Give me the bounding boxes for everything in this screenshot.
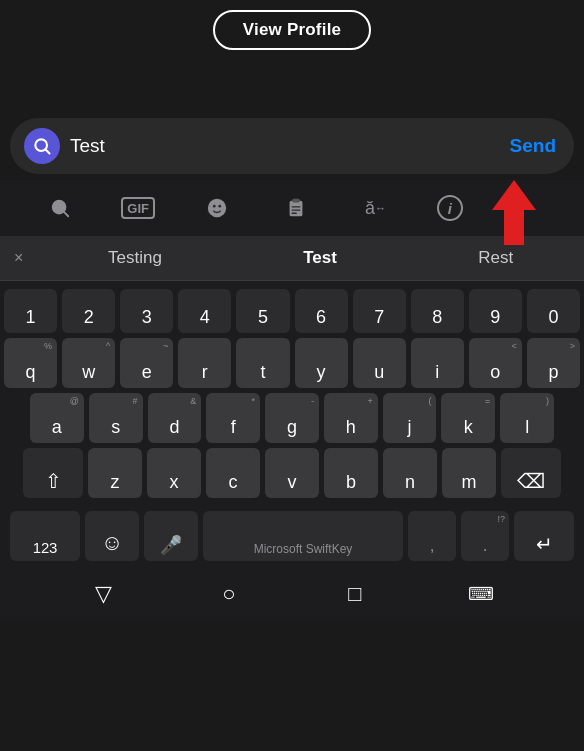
svg-rect-10 bbox=[292, 199, 299, 203]
key-m[interactable]: m bbox=[442, 448, 496, 498]
send-button[interactable]: Send bbox=[506, 135, 560, 157]
key-0[interactable]: 0 bbox=[527, 289, 580, 333]
nav-recent-icon[interactable]: □ bbox=[325, 579, 385, 609]
svg-point-7 bbox=[212, 205, 215, 208]
svg-point-6 bbox=[207, 199, 225, 217]
search-icon bbox=[32, 136, 52, 156]
autocomplete-row: × Testing Test Rest bbox=[0, 236, 584, 281]
key-y[interactable]: y bbox=[295, 338, 348, 388]
key-j[interactable]: (j bbox=[383, 393, 437, 443]
key-a[interactable]: @a bbox=[30, 393, 84, 443]
emoji-key[interactable]: ☺ bbox=[85, 511, 139, 561]
key-f[interactable]: *f bbox=[206, 393, 260, 443]
space-key[interactable]: Microsoft SwiftKey bbox=[203, 511, 403, 561]
svg-rect-11 bbox=[291, 206, 300, 207]
mic-key[interactable]: 🎤 bbox=[144, 511, 198, 561]
backspace-key[interactable]: ⌫ bbox=[501, 448, 561, 498]
shift-key[interactable]: ⇧ bbox=[23, 448, 83, 498]
key-e[interactable]: ~e bbox=[120, 338, 173, 388]
key-d[interactable]: &d bbox=[148, 393, 202, 443]
autocomplete-item-testing[interactable]: Testing bbox=[98, 246, 172, 270]
key-l[interactable]: )l bbox=[500, 393, 554, 443]
more-toolbar-icon[interactable]: ··· bbox=[506, 190, 542, 226]
number-key[interactable]: 123 bbox=[10, 511, 80, 561]
key-z[interactable]: z bbox=[88, 448, 142, 498]
key-x[interactable]: x bbox=[147, 448, 201, 498]
key-1[interactable]: 1 bbox=[4, 289, 57, 333]
key-t[interactable]: t bbox=[236, 338, 289, 388]
key-i[interactable]: i bbox=[411, 338, 464, 388]
autocomplete-item-test[interactable]: Test bbox=[293, 246, 347, 270]
svg-rect-12 bbox=[291, 209, 300, 210]
message-input-area: Test Send bbox=[10, 118, 574, 174]
toolbar-row: GIF ă↔ i ··· bbox=[0, 180, 584, 236]
key-o[interactable]: <o bbox=[469, 338, 522, 388]
key-r[interactable]: r bbox=[178, 338, 231, 388]
key-n[interactable]: n bbox=[383, 448, 437, 498]
asdf-row: @a #s &d *f -g +h (j =k )l bbox=[4, 393, 580, 443]
message-input[interactable]: Test bbox=[70, 135, 496, 157]
key-3[interactable]: 3 bbox=[120, 289, 173, 333]
key-g[interactable]: -g bbox=[265, 393, 319, 443]
nav-home-icon[interactable]: ○ bbox=[199, 579, 259, 609]
clipboard-toolbar-icon[interactable] bbox=[278, 190, 314, 226]
nav-bar: ▽ ○ □ ⌨ bbox=[0, 571, 584, 619]
info-toolbar-icon[interactable]: i bbox=[437, 195, 463, 221]
key-h[interactable]: +h bbox=[324, 393, 378, 443]
key-q[interactable]: %q bbox=[4, 338, 57, 388]
key-6[interactable]: 6 bbox=[295, 289, 348, 333]
key-4[interactable]: 4 bbox=[178, 289, 231, 333]
key-s[interactable]: #s bbox=[89, 393, 143, 443]
svg-line-1 bbox=[46, 150, 50, 154]
key-k[interactable]: =k bbox=[441, 393, 495, 443]
key-8[interactable]: 8 bbox=[411, 289, 464, 333]
number-row: 1 2 3 4 5 6 7 8 9 0 bbox=[4, 289, 580, 333]
svg-rect-13 bbox=[291, 213, 297, 214]
key-w[interactable]: ^w bbox=[62, 338, 115, 388]
bottom-key-row: 123 ☺ 🎤 Microsoft SwiftKey , !?. ↵ bbox=[4, 503, 580, 567]
autocomplete-item-rest[interactable]: Rest bbox=[468, 246, 523, 270]
svg-line-5 bbox=[63, 212, 68, 217]
key-9[interactable]: 9 bbox=[469, 289, 522, 333]
sticker-toolbar-icon[interactable] bbox=[199, 190, 235, 226]
key-p[interactable]: >p bbox=[527, 338, 580, 388]
comma-key[interactable]: , bbox=[408, 511, 456, 561]
nav-keyboard-icon[interactable]: ⌨ bbox=[451, 579, 511, 609]
period-key[interactable]: !?. bbox=[461, 511, 509, 561]
autocomplete-suggestions: Testing Test Rest bbox=[37, 246, 584, 270]
view-profile-button[interactable]: View Profile bbox=[213, 10, 371, 50]
key-b[interactable]: b bbox=[324, 448, 378, 498]
svg-point-8 bbox=[218, 205, 221, 208]
translate-toolbar-icon[interactable]: ă↔ bbox=[357, 190, 393, 226]
key-u[interactable]: u bbox=[353, 338, 406, 388]
return-key[interactable]: ↵ bbox=[514, 511, 574, 561]
key-7[interactable]: 7 bbox=[353, 289, 406, 333]
keyboard: 1 2 3 4 5 6 7 8 9 0 %q ^w ~e r t y u i <… bbox=[0, 281, 584, 571]
gif-toolbar-icon[interactable]: GIF bbox=[121, 197, 155, 219]
key-v[interactable]: v bbox=[265, 448, 319, 498]
qwerty-row: %q ^w ~e r t y u i <o >p bbox=[4, 338, 580, 388]
key-2[interactable]: 2 bbox=[62, 289, 115, 333]
zxcv-row: ⇧ z x c v b n m ⌫ bbox=[4, 448, 580, 498]
key-c[interactable]: c bbox=[206, 448, 260, 498]
nav-back-icon[interactable]: ▽ bbox=[73, 579, 133, 609]
search-toolbar-icon[interactable] bbox=[42, 190, 78, 226]
key-5[interactable]: 5 bbox=[236, 289, 289, 333]
autocomplete-close-button[interactable]: × bbox=[0, 249, 37, 267]
message-avatar-icon bbox=[24, 128, 60, 164]
top-bar: View Profile bbox=[0, 0, 584, 58]
